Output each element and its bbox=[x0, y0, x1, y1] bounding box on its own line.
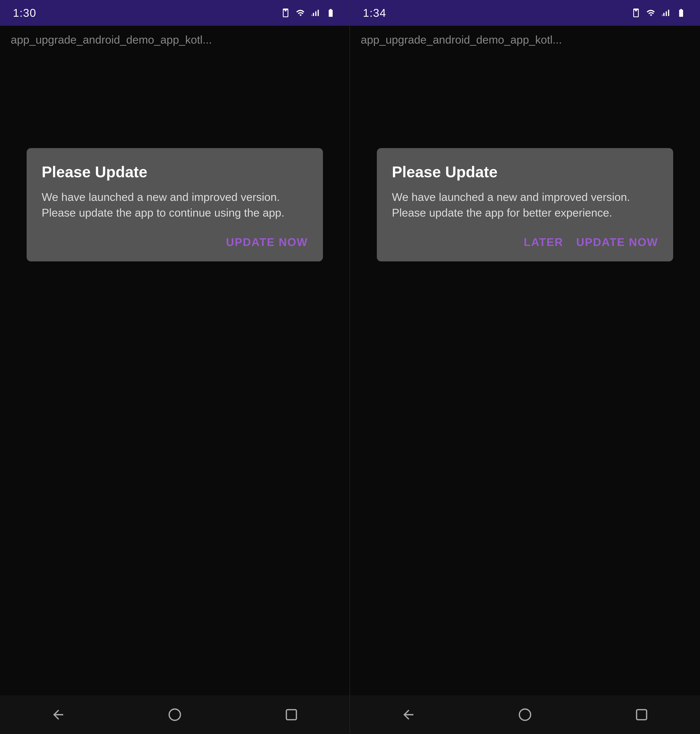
left-status-icons bbox=[281, 8, 337, 18]
right-app-title: app_upgrade_android_demo_app_kotl... bbox=[361, 33, 562, 46]
right-dialog-card: Please Update We have launched a new and… bbox=[377, 148, 673, 261]
signal-icon bbox=[661, 8, 671, 18]
right-main-content: Please Update We have launched a new and… bbox=[350, 54, 700, 695]
left-app-title: app_upgrade_android_demo_app_kotl... bbox=[11, 33, 212, 46]
left-back-button[interactable] bbox=[51, 707, 66, 722]
left-update-now-button[interactable]: UPDATE NOW bbox=[226, 233, 308, 251]
left-phone: 1:30 app_upgrade_android_demo_app_kotl..… bbox=[0, 0, 350, 734]
left-dialog-title: Please Update bbox=[42, 163, 308, 181]
sim-icon bbox=[631, 8, 641, 18]
right-dialog-actions: LATER UPDATE NOW bbox=[392, 233, 658, 251]
right-dialog-message: We have launched a new and improved vers… bbox=[392, 189, 658, 221]
right-recents-button[interactable] bbox=[634, 707, 649, 722]
svg-point-2 bbox=[519, 709, 531, 721]
right-home-button[interactable] bbox=[518, 707, 532, 722]
wifi-icon bbox=[295, 8, 307, 18]
battery-icon bbox=[325, 8, 337, 18]
right-later-button[interactable]: LATER bbox=[524, 233, 563, 251]
left-dialog-message: We have launched a new and improved vers… bbox=[42, 189, 308, 221]
left-recents-button[interactable] bbox=[284, 707, 299, 722]
right-update-now-button[interactable]: UPDATE NOW bbox=[576, 233, 658, 251]
left-dialog-actions: UPDATE NOW bbox=[42, 233, 308, 251]
right-phone: 1:34 app_upgrade_android_demo_app_kotl..… bbox=[350, 0, 700, 734]
left-dialog-card: Please Update We have launched a new and… bbox=[26, 148, 323, 261]
wifi-icon bbox=[645, 8, 657, 18]
left-home-button[interactable] bbox=[167, 707, 182, 722]
signal-icon bbox=[311, 8, 321, 18]
sim-icon bbox=[281, 8, 290, 18]
right-app-title-bar: app_upgrade_android_demo_app_kotl... bbox=[350, 26, 700, 54]
right-status-bar: 1:34 bbox=[350, 0, 700, 26]
right-dialog-title: Please Update bbox=[392, 163, 658, 181]
left-status-bar: 1:30 bbox=[0, 0, 350, 26]
svg-rect-3 bbox=[637, 710, 647, 720]
right-status-time: 1:34 bbox=[363, 6, 386, 19]
svg-rect-1 bbox=[286, 710, 296, 720]
svg-point-0 bbox=[169, 709, 181, 721]
battery-icon bbox=[675, 8, 687, 18]
right-back-button[interactable] bbox=[401, 707, 416, 722]
left-main-content: Please Update We have launched a new and… bbox=[0, 54, 350, 695]
left-status-time: 1:30 bbox=[13, 6, 36, 19]
right-nav-bar bbox=[350, 695, 700, 734]
left-app-title-bar: app_upgrade_android_demo_app_kotl... bbox=[0, 26, 350, 54]
right-status-icons bbox=[631, 8, 687, 18]
left-nav-bar bbox=[0, 695, 350, 734]
